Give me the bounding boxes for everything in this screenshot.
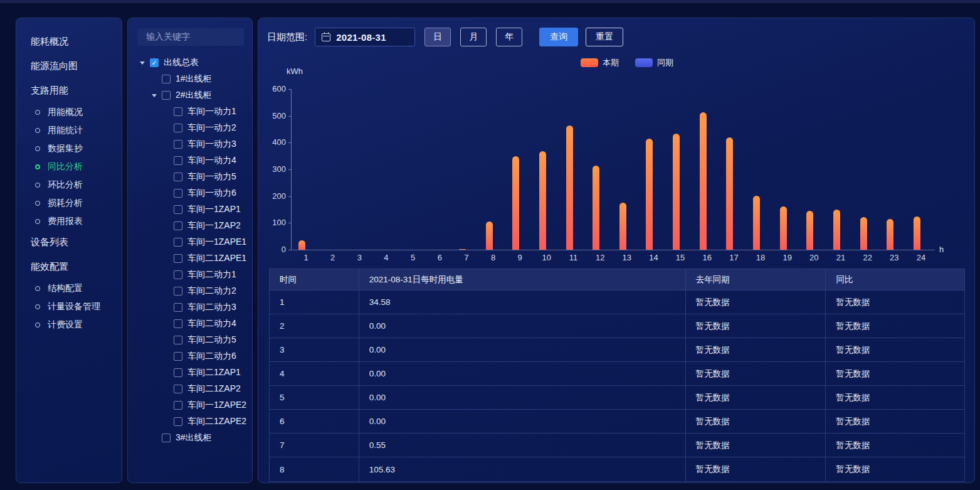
tree-node-label[interactable]: 车间二1ZAPE2 [187,416,246,427]
tree-row[interactable]: 3#出线柜 [128,430,252,446]
bar-current-period[interactable] [753,196,760,250]
bar-current-period[interactable] [887,219,893,250]
tree-node-label[interactable]: 车间一动力1 [187,106,236,117]
sidebar-item[interactable]: 支路用能 [16,78,122,103]
tree-row[interactable]: 2#出线柜 [128,87,252,104]
tree-node-label[interactable]: 车间一1ZAP1 [187,204,241,215]
tree-row[interactable]: 车间一动力5 [128,169,252,185]
checkbox[interactable] [174,189,182,198]
checkbox[interactable] [174,270,182,279]
tree-row[interactable]: 1#出线柜 [128,71,252,87]
sidebar-item[interactable]: 设备列表 [16,230,122,255]
tree-node-label[interactable]: 3#出线柜 [176,432,212,444]
checkbox[interactable] [174,107,182,116]
tree-row[interactable]: 车间一动力2 [128,120,252,136]
tree-node-label[interactable]: 车间一动力2 [187,122,236,134]
bar-chart[interactable]: kWh h 0100200300400500600123456789101112… [258,18,976,282]
tree-row[interactable]: 车间一动力3 [128,136,252,152]
bar-current-period[interactable] [619,203,626,250]
tree-node-label[interactable]: 车间一动力5 [187,171,236,183]
tree-row[interactable]: 车间二动力3 [128,299,252,316]
tree-node-label[interactable]: 车间二动力2 [187,285,236,297]
bar-current-period[interactable] [646,139,653,250]
tree-node-label[interactable]: 车间二1ZAP2 [187,383,241,395]
sidebar-item[interactable]: 用能概况 [16,103,122,121]
tree-node-label[interactable]: 车间一动力6 [187,188,236,199]
checkbox[interactable] [174,221,182,230]
bar-current-period[interactable] [566,125,573,250]
bar-current-period[interactable] [593,166,599,250]
tree-node-label[interactable]: 1#出线柜 [176,73,212,85]
bar-current-period[interactable] [298,240,305,250]
tree-node-label[interactable]: 车间二1ZAPE1 [187,253,246,264]
sidebar-item[interactable]: 数据集抄 [16,139,122,157]
tree-row[interactable]: 车间二动力1 [128,267,252,283]
bar-current-period[interactable] [486,221,493,250]
tree-node-label[interactable]: 车间一动力3 [187,139,236,150]
sidebar-item[interactable]: 用能统计 [16,121,122,139]
caret-down-icon[interactable] [152,94,157,97]
checkbox[interactable] [174,352,182,361]
bar-current-period[interactable] [726,137,733,250]
tree-node-label[interactable]: 车间一1ZAPE1 [187,237,246,248]
bar-current-period[interactable] [806,211,813,250]
tree-row[interactable]: 车间二1ZAP2 [128,381,252,397]
checkbox[interactable] [174,156,182,165]
bar-current-period[interactable] [780,206,787,250]
tree-node-label[interactable]: 车间二动力5 [187,334,236,346]
checkbox[interactable] [162,75,171,83]
tree-node-label[interactable]: 车间一动力4 [187,155,236,166]
sidebar-item[interactable]: 结构配置 [16,279,122,297]
checkbox[interactable] [174,336,182,344]
sidebar-item[interactable]: 损耗分析 [16,194,122,212]
tree-row[interactable]: 车间一动力6 [128,185,252,201]
tree-row[interactable]: 车间二动力6 [128,348,252,365]
checkbox[interactable] [174,205,182,214]
tree-node-label[interactable]: 车间二动力1 [187,269,236,280]
tree-row[interactable]: 车间一1ZAP2 [128,218,252,234]
checkbox[interactable] [174,417,182,426]
checkbox[interactable] [174,385,182,393]
tree-node-label[interactable]: 出线总表 [164,57,199,68]
checkbox[interactable] [162,91,171,100]
tree-row[interactable]: 车间二动力4 [128,316,252,332]
checkbox[interactable] [174,287,182,296]
checkbox[interactable] [174,401,182,410]
tree-node-label[interactable]: 车间一1ZAP2 [187,220,241,232]
bar-current-period[interactable] [833,210,840,250]
checkbox[interactable] [174,368,182,377]
tree-node-label[interactable]: 车间二动力6 [187,351,236,362]
sidebar-item[interactable]: 环比分析 [16,176,122,194]
tree-row[interactable]: 车间二1ZAPE1 [128,250,252,267]
sidebar-item[interactable]: 能耗概况 [16,29,122,54]
checkbox[interactable] [174,319,182,328]
bar-current-period[interactable] [914,216,920,250]
tree-row[interactable]: 车间二动力5 [128,332,252,348]
tree-node-label[interactable]: 车间二动力3 [187,302,236,313]
bar-current-period[interactable] [539,151,546,250]
checkbox[interactable] [174,303,182,312]
tree-row[interactable]: 车间二1ZAPE2 [128,413,252,430]
checkbox[interactable] [162,434,171,442]
sidebar-item[interactable]: 能源流向图 [16,54,122,78]
bar-current-period[interactable] [512,156,519,250]
tree-row[interactable]: 车间一动力1 [128,104,252,120]
sidebar-item[interactable]: 同比分析 [16,157,122,176]
checkbox[interactable] [174,173,182,181]
tree-node-label[interactable]: 车间一1ZAPE2 [187,400,246,411]
tree-row[interactable]: ✓出线总表 [128,55,252,71]
tree-row[interactable]: 车间一1ZAP1 [128,201,252,218]
tree-row[interactable]: 车间一1ZAPE1 [128,234,252,250]
checkbox[interactable] [174,140,182,149]
tree-node-label[interactable]: 车间二动力4 [187,318,236,329]
tree-node-label[interactable]: 车间二1ZAP1 [187,367,241,378]
checkbox[interactable] [174,254,182,263]
tree-row[interactable]: 车间二1ZAP1 [128,365,252,381]
sidebar-item[interactable]: 费用报表 [16,212,122,230]
bar-current-period[interactable] [673,134,680,250]
search-input[interactable]: 输入关键字 [137,28,244,46]
tree-row[interactable]: 车间二动力2 [128,283,252,299]
checkbox[interactable] [174,238,182,247]
sidebar-item[interactable]: 计量设备管理 [16,297,122,316]
bar-current-period[interactable] [459,249,466,250]
